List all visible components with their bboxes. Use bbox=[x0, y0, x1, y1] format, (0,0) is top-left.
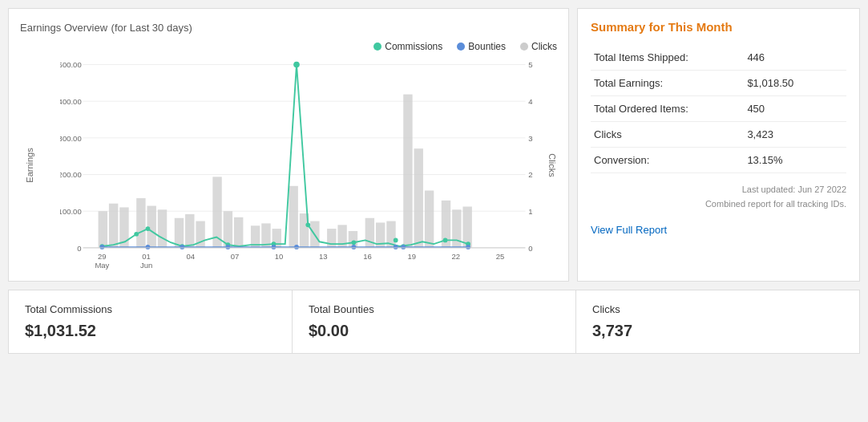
legend-clicks: Clicks bbox=[520, 41, 557, 52]
svg-text:$200.00: $200.00 bbox=[60, 170, 82, 179]
svg-point-56 bbox=[352, 240, 357, 245]
svg-rect-18 bbox=[99, 211, 107, 248]
chart-title-main: Earnings Overview bbox=[20, 22, 107, 34]
chart-panel: Earnings Overview (for Last 30 days) Com… bbox=[8, 8, 569, 282]
chart-title: Earnings Overview (for Last 30 days) bbox=[20, 20, 557, 34]
svg-text:Jun: Jun bbox=[140, 261, 152, 270]
stat-box-clicks: Clicks 3,737 bbox=[576, 290, 859, 353]
commissions-label: Commissions bbox=[385, 41, 442, 52]
svg-text:25: 25 bbox=[496, 252, 505, 261]
svg-text:04: 04 bbox=[186, 252, 195, 261]
summary-row-conversion: Conversion: 13.15% bbox=[591, 148, 846, 173]
stat-label-commissions: Total Commissions bbox=[25, 303, 276, 315]
svg-text:22: 22 bbox=[452, 252, 461, 261]
summary-label-clicks: Clicks bbox=[591, 122, 744, 148]
stat-box-bounties: Total Bounties $0.00 bbox=[293, 290, 576, 353]
svg-rect-19 bbox=[109, 204, 118, 248]
bounties-dot bbox=[457, 43, 465, 51]
summary-label-conversion: Conversion: bbox=[591, 148, 744, 173]
summary-panel: Summary for This Month Total Items Shipp… bbox=[577, 8, 860, 282]
svg-text:$400.00: $400.00 bbox=[60, 97, 82, 106]
stat-value-bounties: $0.00 bbox=[309, 322, 559, 340]
summary-row-clicks: Clicks 3,423 bbox=[591, 122, 846, 148]
summary-row-earnings: Total Earnings: $1,018.50 bbox=[591, 71, 846, 96]
svg-point-49 bbox=[134, 232, 139, 237]
svg-point-65 bbox=[272, 245, 277, 250]
svg-point-66 bbox=[294, 245, 299, 250]
svg-rect-23 bbox=[158, 209, 167, 248]
svg-text:$100.00: $100.00 bbox=[60, 207, 82, 216]
svg-rect-24 bbox=[175, 218, 184, 248]
svg-point-59 bbox=[443, 238, 448, 243]
svg-text:500: 500 bbox=[528, 60, 533, 69]
summary-value-ordered-items: 450 bbox=[744, 96, 846, 122]
svg-point-70 bbox=[466, 245, 470, 250]
svg-text:100: 100 bbox=[528, 207, 533, 216]
summary-row-items-shipped: Total Items Shipped: 446 bbox=[591, 45, 846, 71]
svg-text:300: 300 bbox=[528, 134, 533, 143]
view-full-report-link[interactable]: View Full Report bbox=[591, 224, 846, 236]
svg-text:400: 400 bbox=[528, 97, 533, 106]
stat-value-commissions: $1,031.52 bbox=[25, 322, 276, 340]
stat-label-bounties: Total Bounties bbox=[309, 303, 559, 315]
svg-point-69 bbox=[401, 245, 406, 250]
svg-text:13: 13 bbox=[319, 252, 328, 261]
svg-text:0: 0 bbox=[77, 244, 81, 253]
svg-rect-25 bbox=[185, 214, 194, 248]
svg-rect-29 bbox=[234, 217, 243, 248]
svg-text:0: 0 bbox=[528, 244, 532, 253]
summary-value-conversion: 13.15% bbox=[744, 148, 846, 173]
chart-title-sub: (for Last 30 days) bbox=[111, 22, 192, 34]
svg-point-55 bbox=[305, 222, 310, 227]
chart-svg: $500.00 $400.00 $300.00 $200.00 $100.00 … bbox=[60, 57, 533, 270]
svg-point-57 bbox=[394, 238, 398, 243]
svg-text:200: 200 bbox=[528, 170, 533, 179]
clicks-label: Clicks bbox=[531, 41, 557, 52]
stat-value-clicks: 3,737 bbox=[592, 322, 843, 340]
summary-label-earnings: Total Earnings: bbox=[591, 71, 744, 96]
svg-rect-46 bbox=[452, 209, 461, 248]
svg-text:07: 07 bbox=[231, 252, 240, 261]
y-axis-left-label: Earnings bbox=[25, 148, 34, 182]
svg-text:$500.00: $500.00 bbox=[60, 60, 82, 69]
chart-legend: Commissions Bounties Clicks bbox=[20, 41, 557, 52]
svg-text:01: 01 bbox=[142, 252, 151, 261]
svg-text:29: 29 bbox=[98, 252, 107, 261]
svg-rect-21 bbox=[136, 198, 145, 248]
svg-rect-33 bbox=[289, 186, 297, 248]
app-container: Earnings Overview (for Last 30 days) Com… bbox=[0, 0, 868, 422]
svg-text:10: 10 bbox=[275, 252, 284, 261]
stat-label-clicks: Clicks bbox=[592, 303, 843, 315]
summary-label-ordered-items: Total Ordered Items: bbox=[591, 96, 744, 122]
svg-rect-36 bbox=[327, 229, 336, 248]
summary-footer-line2: Combined report for all tracking IDs. bbox=[591, 197, 846, 212]
bottom-stats-section: Total Commissions $1,031.52 Total Bounti… bbox=[8, 290, 860, 354]
summary-footer-line1: Last updated: Jun 27 2022 bbox=[591, 183, 846, 197]
svg-point-62 bbox=[146, 245, 151, 250]
summary-table: Total Items Shipped: 446 Total Earnings:… bbox=[591, 45, 846, 173]
svg-point-61 bbox=[99, 245, 104, 250]
summary-row-ordered-items: Total Ordered Items: 450 bbox=[591, 96, 846, 122]
svg-point-63 bbox=[180, 245, 184, 250]
svg-rect-47 bbox=[462, 207, 471, 248]
svg-text:May: May bbox=[95, 261, 109, 270]
legend-bounties: Bounties bbox=[457, 41, 506, 52]
svg-point-54 bbox=[293, 62, 300, 68]
summary-title: Summary for This Month bbox=[591, 20, 846, 34]
summary-label-items-shipped: Total Items Shipped: bbox=[591, 45, 744, 71]
y-axis-right-label: Clicks bbox=[547, 153, 556, 177]
svg-rect-44 bbox=[425, 191, 434, 248]
top-section: Earnings Overview (for Last 30 days) Com… bbox=[0, 0, 868, 282]
svg-rect-42 bbox=[403, 95, 412, 248]
summary-value-items-shipped: 446 bbox=[744, 45, 846, 71]
svg-text:19: 19 bbox=[407, 252, 416, 261]
svg-rect-43 bbox=[414, 148, 423, 248]
summary-value-earnings: $1,018.50 bbox=[744, 71, 846, 96]
commissions-dot bbox=[373, 43, 382, 51]
svg-point-50 bbox=[146, 226, 151, 231]
stat-box-commissions: Total Commissions $1,031.52 bbox=[9, 290, 293, 353]
summary-footer: Last updated: Jun 27 2022 Combined repor… bbox=[591, 183, 846, 211]
clicks-dot bbox=[520, 43, 528, 51]
svg-text:$300.00: $300.00 bbox=[60, 134, 82, 143]
svg-point-67 bbox=[352, 245, 357, 250]
